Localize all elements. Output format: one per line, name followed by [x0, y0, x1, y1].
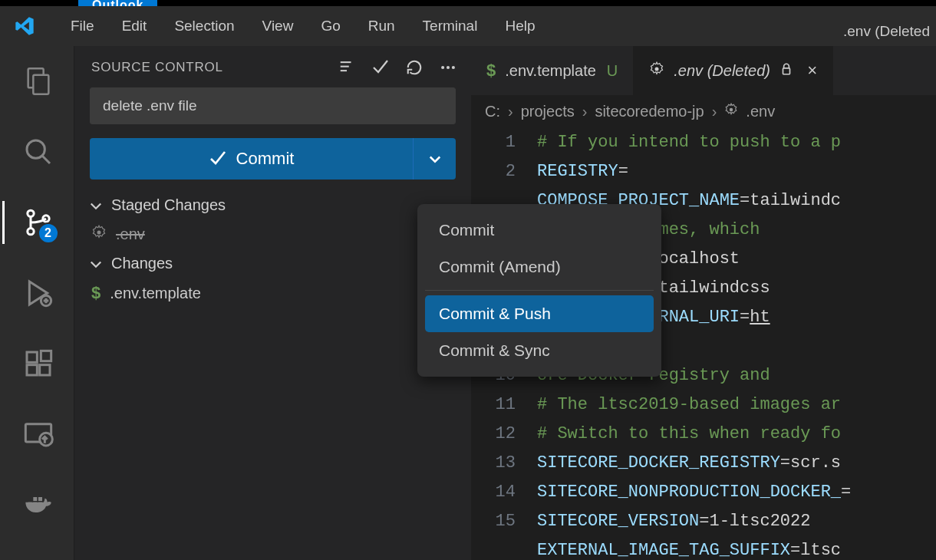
menu-go[interactable]: Go: [307, 12, 354, 41]
svg-rect-11: [41, 351, 51, 361]
chevron-right-icon: ›: [508, 103, 513, 120]
menu-file[interactable]: File: [57, 12, 108, 41]
svg-rect-27: [783, 68, 789, 74]
svg-rect-8: [27, 352, 37, 362]
chevron-right-icon: ›: [582, 103, 588, 120]
activity-bar: 2: [0, 46, 74, 560]
activity-explorer[interactable]: [3, 60, 74, 103]
breadcrumb-segment: sitecoredemo-jp: [595, 103, 704, 120]
close-icon[interactable]: ×: [807, 61, 817, 81]
source-control-panel: SOURCE CONTROL Commit: [74, 46, 471, 560]
svg-point-22: [441, 66, 444, 69]
tab-label: .env (Deleted): [674, 62, 770, 80]
svg-line-3: [42, 156, 50, 163]
activity-search[interactable]: [3, 130, 74, 173]
gear-icon: [91, 225, 107, 244]
activity-run-debug[interactable]: [3, 272, 74, 315]
svg-point-4: [28, 210, 34, 216]
commit-message-input[interactable]: [90, 87, 456, 124]
svg-rect-18: [38, 497, 42, 501]
vscode-logo-icon: [14, 15, 35, 37]
activity-docker[interactable]: [3, 483, 74, 526]
commit-button-label: Commit: [236, 149, 295, 169]
menu-terminal[interactable]: Terminal: [409, 12, 492, 41]
changes-header[interactable]: Changes: [74, 249, 471, 278]
menubar: File Edit Selection View Go Run Terminal…: [57, 12, 549, 41]
svg-point-25: [97, 231, 101, 235]
changes-label: Changes: [111, 255, 173, 272]
panel-title: SOURCE CONTROL: [91, 60, 223, 75]
editor-tabs: $ .env.template U .env (Deleted) ×: [471, 46, 936, 95]
staged-changes-label: Staged Changes: [111, 196, 226, 214]
activity-source-control[interactable]: 2: [2, 201, 73, 244]
more-actions-icon[interactable]: [439, 58, 457, 77]
changes-file-row[interactable]: $ .env.template: [74, 278, 471, 308]
gear-icon: [724, 103, 738, 120]
staged-changes-header[interactable]: Staged Changes: [74, 190, 471, 220]
window-title: .env (Deleted: [843, 23, 930, 40]
svg-rect-1: [33, 75, 48, 94]
refresh-icon[interactable]: [405, 58, 424, 77]
chevron-down-icon: [88, 198, 104, 213]
breadcrumb-drive: C:: [485, 103, 500, 120]
svg-rect-17: [33, 497, 37, 501]
menu-run[interactable]: Run: [354, 12, 409, 41]
changes-file-name: .env.template: [110, 285, 201, 302]
dollar-icon: $: [91, 283, 101, 303]
tab-label: .env.template: [505, 62, 596, 80]
commit-button[interactable]: Commit: [90, 138, 413, 180]
menu-selection[interactable]: Selection: [160, 12, 248, 41]
chevron-down-icon: [88, 256, 104, 272]
breadcrumb[interactable]: C: › projects › sitecoredemo-jp › .env: [471, 95, 936, 128]
view-as-tree-icon[interactable]: [338, 58, 356, 77]
menu-edit[interactable]: Edit: [108, 12, 161, 41]
tab-env-template[interactable]: $ .env.template U: [471, 46, 634, 95]
gear-icon: [649, 61, 664, 81]
scm-badge: 2: [38, 222, 59, 244]
breadcrumb-file: .env: [746, 103, 775, 120]
activity-extensions[interactable]: [3, 342, 74, 385]
svg-point-28: [730, 108, 733, 112]
svg-point-2: [27, 140, 44, 158]
menu-commit[interactable]: Commit: [425, 212, 654, 249]
menu-separator: [425, 290, 654, 291]
svg-point-26: [655, 67, 659, 71]
dollar-icon: $: [486, 61, 496, 81]
activity-remote[interactable]: [3, 413, 74, 456]
menu-commit-push[interactable]: Commit & Push: [425, 295, 654, 332]
staged-file-row[interactable]: .env: [74, 220, 471, 249]
commit-dropdown-button[interactable]: [413, 138, 456, 180]
svg-rect-10: [40, 365, 50, 375]
chevron-right-icon: ›: [712, 103, 717, 120]
menu-commit-sync[interactable]: Commit & Sync: [425, 332, 654, 369]
lock-icon: [779, 62, 793, 80]
tab-status-untracked: U: [607, 62, 618, 80]
svg-point-5: [28, 229, 34, 235]
tab-env-deleted[interactable]: .env (Deleted) ×: [634, 46, 832, 95]
titlebar: File Edit Selection View Go Run Terminal…: [0, 6, 936, 46]
svg-point-24: [452, 66, 455, 69]
svg-rect-9: [27, 365, 37, 375]
staged-file-name: .env: [116, 226, 145, 243]
menu-view[interactable]: View: [249, 12, 308, 41]
menu-help[interactable]: Help: [491, 12, 549, 41]
commit-context-menu: Commit Commit (Amend) Commit & Push Comm…: [417, 204, 661, 377]
svg-point-23: [447, 66, 450, 69]
menu-commit-amend[interactable]: Commit (Amend): [425, 249, 654, 285]
breadcrumb-segment: projects: [521, 103, 575, 120]
commit-check-icon[interactable]: [371, 58, 390, 77]
